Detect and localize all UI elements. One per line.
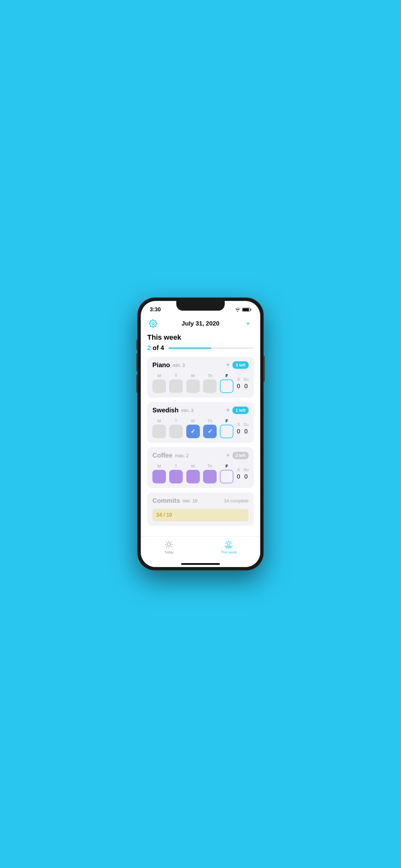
- app-header: July 31, 2020 +: [147, 315, 254, 333]
- habit-commits-name-row: Commits min. 10: [152, 497, 197, 504]
- day-label-S: S: [237, 377, 240, 382]
- day-col-cf-S: S 0: [237, 467, 240, 480]
- day-label-cf-W: W: [191, 464, 195, 469]
- progress-row: 2 of 4: [147, 344, 254, 352]
- day-label-sw-Su: Su: [243, 422, 249, 427]
- day-col-F: F: [220, 373, 234, 393]
- habit-piano-actions: + 3 left: [226, 361, 249, 369]
- status-time: 3:30: [150, 306, 161, 313]
- day-num-sw-S: 0: [237, 428, 240, 435]
- today-sun-icon: [165, 540, 173, 549]
- day-box-sw-F[interactable]: [220, 425, 234, 438]
- day-box-sw-M[interactable]: [152, 425, 166, 438]
- check-sw-Th: ✓: [208, 428, 212, 435]
- gear-icon: [149, 319, 157, 328]
- day-box-cf-F[interactable]: [220, 470, 234, 484]
- day-col-Su: Su 0: [243, 377, 249, 390]
- check-sw-W: ✓: [190, 428, 195, 435]
- habit-commits-header: Commits min. 10 34 complete: [152, 497, 249, 504]
- status-icons: [226, 308, 251, 312]
- day-label-cf-T: T: [175, 464, 177, 469]
- habit-piano-name: Piano: [152, 361, 170, 369]
- day-col-cf-W: W: [186, 464, 200, 484]
- day-label-sw-W: W: [191, 418, 195, 423]
- habit-swedish-name: Swedish: [152, 407, 179, 414]
- progress-label: 2 of 4: [147, 344, 164, 352]
- tab-today-label: Today: [164, 550, 174, 554]
- svg-line-7: [171, 547, 172, 547]
- commits-progress-bar: 34 / 10: [152, 509, 249, 521]
- progress-bar-fill: [168, 347, 211, 349]
- day-box-M[interactable]: [152, 379, 166, 393]
- day-num-Su: 0: [244, 383, 248, 390]
- habit-piano-badge: 3 left: [233, 361, 249, 369]
- tab-today[interactable]: Today: [164, 540, 174, 554]
- commits-progress-text: 34 / 10: [156, 512, 172, 518]
- day-num-sw-Su: 0: [244, 428, 248, 435]
- thisweek-icon: [224, 540, 233, 549]
- settings-button[interactable]: [147, 318, 159, 330]
- header-date: July 31, 2020: [181, 320, 219, 327]
- habit-commits-complete: 34 complete: [224, 498, 249, 503]
- day-label-M: M: [158, 373, 161, 378]
- day-box-sw-T[interactable]: [169, 425, 183, 438]
- habit-card-commits: Commits min. 10 34 complete 34 / 10: [147, 492, 254, 526]
- habit-coffee-actions: + 2 left: [226, 452, 249, 459]
- day-label-T: T: [175, 373, 177, 378]
- day-box-F[interactable]: [220, 379, 234, 393]
- day-box-sw-W[interactable]: ✓: [186, 425, 200, 438]
- svg-line-6: [166, 542, 167, 542]
- habit-swedish-add[interactable]: +: [226, 407, 230, 414]
- habit-commits-name: Commits: [152, 497, 180, 504]
- habit-coffee-add[interactable]: +: [226, 452, 230, 459]
- habit-piano-constraint: min. 3: [173, 363, 185, 368]
- today-icon: [164, 540, 174, 549]
- day-box-W[interactable]: [186, 379, 200, 393]
- day-box-Th[interactable]: [203, 379, 217, 393]
- thisweek-sun-horizon-icon: [224, 540, 233, 549]
- habit-piano-add[interactable]: +: [226, 361, 230, 369]
- home-indicator: [141, 561, 260, 567]
- habit-coffee-days: M T W Th F: [152, 464, 249, 484]
- day-box-sw-Th[interactable]: ✓: [203, 425, 217, 438]
- habit-piano-header: Piano min. 3 + 3 left: [152, 361, 249, 369]
- habit-swedish-actions: + 1 left: [226, 407, 249, 414]
- day-box-cf-M[interactable]: [152, 470, 166, 484]
- day-label-cf-Su: Su: [243, 467, 249, 472]
- day-label-sw-T: T: [175, 418, 177, 423]
- svg-point-1: [167, 543, 171, 546]
- day-col-W: W: [186, 373, 200, 393]
- habit-swedish-days: M T W ✓ Th: [152, 418, 249, 438]
- tab-thisweek[interactable]: This week: [221, 540, 237, 554]
- day-label-cf-F: F: [225, 464, 228, 469]
- day-box-T[interactable]: [169, 379, 183, 393]
- habit-commits-actions: 34 complete: [224, 498, 249, 503]
- day-num-S: 0: [237, 383, 240, 390]
- svg-line-15: [231, 541, 232, 542]
- day-label-W: W: [191, 373, 195, 378]
- habit-swedish-name-row: Swedish min. 3: [152, 407, 193, 414]
- day-col-Th: Th: [203, 373, 217, 393]
- day-col-sw-F: F: [220, 418, 234, 438]
- section-title: This week: [147, 333, 254, 342]
- day-box-cf-W[interactable]: [186, 470, 200, 484]
- habit-commits-constraint: min. 10: [183, 498, 197, 503]
- habit-coffee-constraint: max. 2: [175, 453, 189, 458]
- habit-card-swedish: Swedish min. 3 + 1 left M T: [147, 402, 254, 443]
- day-label-sw-M: M: [158, 418, 161, 423]
- day-col-T: T: [169, 373, 183, 393]
- day-col-cf-F: F: [220, 464, 234, 484]
- day-col-sw-Th: Th ✓: [203, 418, 217, 438]
- day-box-cf-T[interactable]: [169, 470, 183, 484]
- day-col-cf-T: T: [169, 464, 183, 484]
- svg-point-10: [227, 542, 230, 545]
- app-content: July 31, 2020 + This week 2 of 4: [141, 315, 260, 536]
- habit-card-coffee: Coffee max. 2 + 2 left M T: [147, 447, 254, 488]
- day-col-cf-M: M: [152, 464, 166, 484]
- notch: [176, 301, 225, 311]
- add-habit-button[interactable]: +: [242, 318, 254, 330]
- day-box-cf-Th[interactable]: [203, 470, 217, 484]
- home-bar: [181, 563, 220, 565]
- day-col-M: M: [152, 373, 166, 393]
- habit-piano-days: M T W Th F: [152, 373, 249, 393]
